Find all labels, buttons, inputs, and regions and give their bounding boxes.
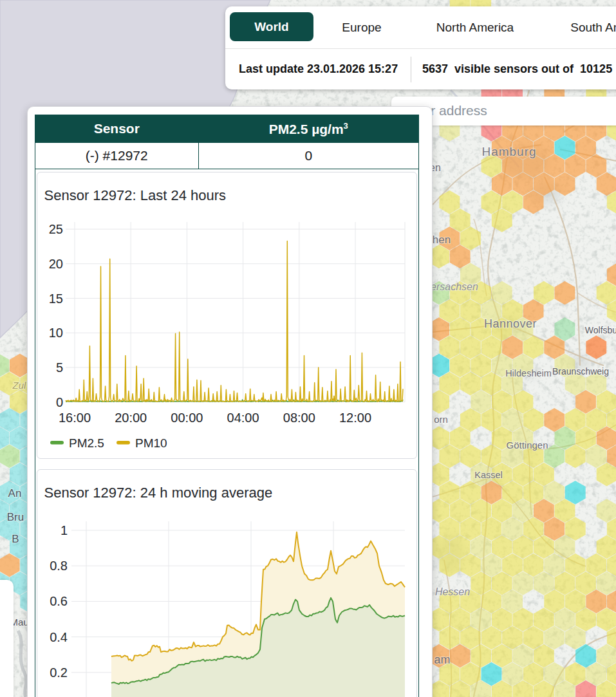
svg-text:0.6: 0.6 [50,594,68,608]
svg-text:04:00: 04:00 [227,411,259,425]
svg-text:Hildesheim: Hildesheim [505,368,552,378]
svg-text:Hessen: Hessen [435,586,470,597]
svg-text:Kassel: Kassel [474,470,503,480]
svg-text:Göttingen: Göttingen [506,440,548,451]
svg-text:15: 15 [49,292,63,306]
svg-text:Braunschweig: Braunschweig [552,366,609,376]
svg-text:Sensor 12972: Last 24 hours: Sensor 12972: Last 24 hours [44,187,227,203]
svg-text:5: 5 [56,360,63,375]
svg-text:10: 10 [49,326,63,340]
svg-text:16:00: 16:00 [59,411,91,425]
svg-text:0.2: 0.2 [50,665,68,680]
svg-text:PM10: PM10 [135,436,167,450]
svg-text:Wolfsbu: Wolfsbu [585,325,616,335]
svg-text:Hannover: Hannover [484,317,537,330]
svg-text:PM2.5: PM2.5 [69,436,104,450]
svg-text:0.8: 0.8 [50,559,68,573]
svg-text:hen: hen [433,234,451,246]
svg-text:20:00: 20:00 [115,411,147,425]
svg-text:08:00: 08:00 [283,411,315,425]
svg-text:25: 25 [49,222,63,236]
svg-text:Zul: Zul [12,380,27,391]
svg-text:ersachsen: ersachsen [431,281,478,292]
svg-text:0: 0 [56,395,63,409]
svg-text:0.4: 0.4 [50,630,68,644]
svg-text:Hamburg: Hamburg [481,145,536,158]
svg-text:Bru: Bru [7,511,24,523]
svg-text:1: 1 [61,523,68,537]
svg-text:An: An [8,487,22,499]
svg-text:B: B [12,533,19,545]
svg-text:am: am [434,653,450,666]
svg-text:12:00: 12:00 [339,411,371,425]
svg-text:20: 20 [49,257,63,271]
svg-text:orn: orn [434,414,448,425]
svg-text:00:00: 00:00 [171,411,203,425]
svg-text:Sensor 12972: 24 h moving aver: Sensor 12972: 24 h moving average [44,485,273,501]
